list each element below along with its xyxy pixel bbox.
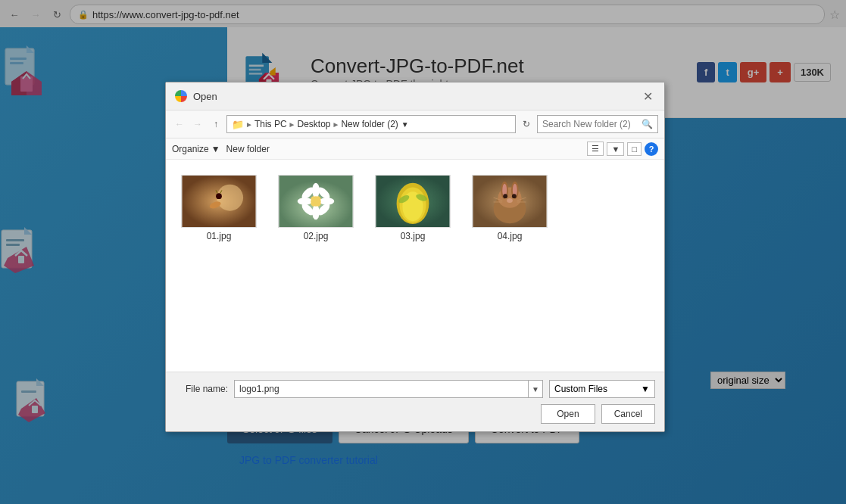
- file-item-01[interactable]: 01.jpg: [178, 172, 260, 244]
- dialog-toolbar: Organize ▼ New folder ☰ ▼ □ ?: [166, 138, 664, 160]
- dialog-forward-button[interactable]: →: [190, 117, 205, 132]
- filename-02: 02.jpg: [304, 231, 329, 241]
- file-item-02[interactable]: 02.jpg: [275, 172, 357, 244]
- search-icon[interactable]: 🔍: [642, 119, 653, 129]
- open-button[interactable]: Open: [541, 404, 595, 424]
- svg-point-45: [311, 196, 321, 207]
- organize-dropdown-icon: ▼: [211, 144, 220, 154]
- svg-point-61: [507, 198, 513, 203]
- dialog-title: Open: [193, 91, 634, 102]
- breadcrumb-bar[interactable]: 📁 ► This PC ► Desktop ► New folder (2) ▼: [226, 115, 516, 133]
- file-item-04[interactable]: 04.jpg: [469, 172, 551, 244]
- dialog-up-button[interactable]: ↑: [208, 117, 223, 132]
- dialog-footer: File name: ▼ Custom Files ▼ Open Cancel: [166, 372, 664, 431]
- filename-input-wrapper: ▼: [234, 380, 543, 398]
- breadcrumb-this-pc[interactable]: This PC: [254, 119, 287, 129]
- breadcrumb-sep-3: ►: [332, 120, 340, 129]
- help-button[interactable]: ?: [645, 142, 658, 156]
- filetype-select[interactable]: Custom Files ▼: [549, 380, 655, 398]
- breadcrumb-desktop[interactable]: Desktop: [298, 119, 331, 129]
- breadcrumb-folder[interactable]: New folder (2): [341, 119, 398, 129]
- filetype-dropdown-icon: ▼: [641, 384, 650, 394]
- filetype-label: Custom Files: [554, 384, 607, 394]
- cancel-button[interactable]: Cancel: [601, 404, 655, 424]
- organize-label: Organize: [172, 144, 209, 154]
- chrome-icon: [175, 90, 187, 102]
- new-folder-button[interactable]: New folder: [226, 144, 270, 154]
- view-split-button[interactable]: □: [627, 142, 642, 156]
- organize-button[interactable]: Organize ▼: [172, 144, 220, 154]
- file-open-dialog: Open ✕ ← → ↑ 📁 ► This PC ► Desktop ► New…: [165, 82, 665, 432]
- filename-04: 04.jpg: [498, 231, 523, 241]
- dialog-action-row: Open Cancel: [175, 404, 655, 424]
- dialog-back-button[interactable]: ←: [172, 117, 187, 132]
- view-options-button[interactable]: ▼: [607, 142, 624, 156]
- breadcrumb-sep-2: ►: [289, 120, 296, 129]
- thumbnail-04: [472, 175, 548, 228]
- svg-point-59: [503, 194, 507, 198]
- dialog-titlebar: Open ✕: [166, 82, 664, 110]
- folder-icon: 📁: [232, 119, 244, 130]
- view-details-button[interactable]: ☰: [587, 142, 604, 156]
- view-buttons: ☰ ▼ □ ?: [587, 142, 658, 156]
- thumbnail-02: [278, 175, 354, 228]
- dialog-close-button[interactable]: ✕: [640, 89, 655, 104]
- filename-03: 03.jpg: [401, 231, 426, 241]
- file-grid: 01.jpg: [166, 160, 664, 372]
- breadcrumb-dropdown-icon[interactable]: ▼: [401, 120, 409, 129]
- svg-point-32: [216, 193, 222, 199]
- svg-point-60: [512, 194, 517, 198]
- filename-dropdown-button[interactable]: ▼: [528, 381, 542, 397]
- search-bar: 🔍: [537, 115, 658, 133]
- dialog-addressbar: ← → ↑ 📁 ► This PC ► Desktop ► New folder…: [166, 110, 664, 138]
- filename-input[interactable]: [235, 384, 528, 394]
- dialog-refresh-button[interactable]: ↻: [519, 117, 534, 132]
- filename-label: File name:: [175, 384, 228, 394]
- filename-01: 01.jpg: [207, 231, 232, 241]
- filename-row: File name: ▼ Custom Files ▼: [175, 380, 655, 398]
- breadcrumb-sep-1: ►: [245, 120, 253, 129]
- search-input[interactable]: [542, 119, 642, 129]
- thumbnail-01: [181, 175, 257, 228]
- file-item-03[interactable]: 03.jpg: [372, 172, 454, 244]
- thumbnail-03: [375, 175, 451, 228]
- dialog-overlay: Open ✕ ← → ↑ 📁 ► This PC ► Desktop ► New…: [0, 0, 846, 504]
